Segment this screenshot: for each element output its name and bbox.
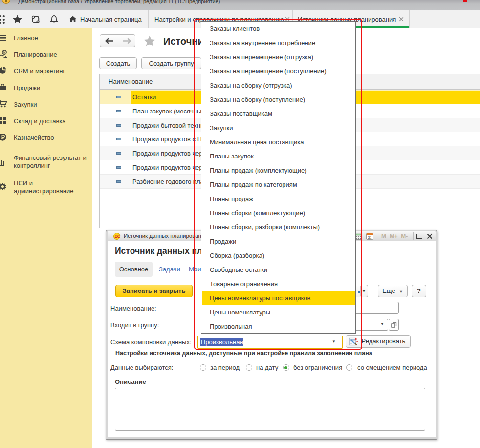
svg-text:31: 31 xyxy=(368,236,372,239)
